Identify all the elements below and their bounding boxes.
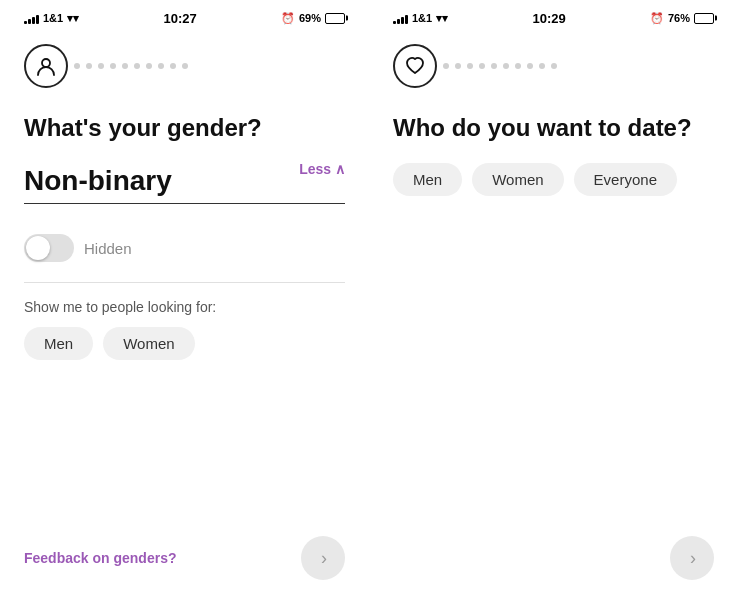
dot-9 <box>170 63 176 69</box>
chip-women[interactable]: Women <box>103 327 194 360</box>
wifi-icon-2: ▾▾ <box>436 12 448 25</box>
chevron-right-icon: › <box>321 548 327 569</box>
dot2-2 <box>455 63 461 69</box>
question-heading: What's your gender? <box>24 112 345 143</box>
toggle-label: Hidden <box>84 240 132 257</box>
dot-4 <box>110 63 116 69</box>
chip-date-women[interactable]: Women <box>472 163 563 196</box>
dot-5 <box>122 63 128 69</box>
status-right: ⏰ 69% <box>281 12 345 25</box>
carrier-label: 1&1 <box>43 12 63 24</box>
gender-chips: Men Women <box>24 327 345 360</box>
hidden-toggle[interactable] <box>24 234 74 262</box>
time-label: 10:27 <box>163 11 196 26</box>
dot2-10 <box>551 63 557 69</box>
question-heading-2: Who do you want to date? <box>393 112 714 143</box>
less-link[interactable]: Less ∧ <box>299 161 345 177</box>
dot2-9 <box>539 63 545 69</box>
wifi-icon: ▾▾ <box>67 12 79 25</box>
chevron-right-icon-2: › <box>690 548 696 569</box>
battery-icon-2 <box>694 13 714 24</box>
dot2-6 <box>503 63 509 69</box>
screen-gender: 1&1 ▾▾ 10:27 ⏰ 69% What' <box>0 0 369 600</box>
status-left: 1&1 ▾▾ <box>24 12 79 25</box>
dot-2 <box>86 63 92 69</box>
dot2-1 <box>443 63 449 69</box>
dot2-3 <box>467 63 473 69</box>
battery-percent-2: 76% <box>668 12 690 24</box>
dot-10 <box>182 63 188 69</box>
dot2-4 <box>479 63 485 69</box>
bottom-area: Feedback on genders? › <box>24 536 345 580</box>
date-chips: Men Women Everyone <box>393 163 714 196</box>
status-right-2: ⏰ 76% <box>650 12 714 25</box>
dot-3 <box>98 63 104 69</box>
show-me-text: Show me to people looking for: <box>24 299 345 315</box>
alarm-icon: ⏰ <box>281 12 295 25</box>
avatar-icon <box>24 44 68 88</box>
next-button-2[interactable]: › <box>670 536 714 580</box>
hidden-toggle-row: Hidden <box>24 234 345 262</box>
status-bar-left: 1&1 ▾▾ 10:27 ⏰ 69% <box>24 0 345 36</box>
next-button[interactable]: › <box>301 536 345 580</box>
signal-icon <box>24 12 39 24</box>
chip-date-everyone[interactable]: Everyone <box>574 163 677 196</box>
time-label-2: 10:29 <box>532 11 565 26</box>
dot2-7 <box>515 63 521 69</box>
status-bar-right: 1&1 ▾▾ 10:29 ⏰ 76% <box>393 0 714 36</box>
status-left-2: 1&1 ▾▾ <box>393 12 448 25</box>
gender-value[interactable]: Non-binary <box>24 165 345 204</box>
dot-1 <box>74 63 80 69</box>
progress-row <box>24 40 345 92</box>
svg-point-0 <box>42 59 50 67</box>
progress-row-2 <box>393 40 714 92</box>
dot-6 <box>134 63 140 69</box>
heart-icon <box>393 44 437 88</box>
feedback-link[interactable]: Feedback on genders? <box>24 550 176 566</box>
divider <box>24 282 345 283</box>
alarm-icon-2: ⏰ <box>650 12 664 25</box>
dot2-8 <box>527 63 533 69</box>
battery-percent: 69% <box>299 12 321 24</box>
toggle-knob <box>26 236 50 260</box>
dot2-5 <box>491 63 497 69</box>
carrier-label-2: 1&1 <box>412 12 432 24</box>
screen-date: 1&1 ▾▾ 10:29 ⏰ 76% Who do you wan <box>369 0 738 600</box>
dot-7 <box>146 63 152 69</box>
chip-men[interactable]: Men <box>24 327 93 360</box>
signal-icon-2 <box>393 12 408 24</box>
bottom-area-2: › <box>393 536 714 580</box>
dot-8 <box>158 63 164 69</box>
battery-icon <box>325 13 345 24</box>
chip-date-men[interactable]: Men <box>393 163 462 196</box>
